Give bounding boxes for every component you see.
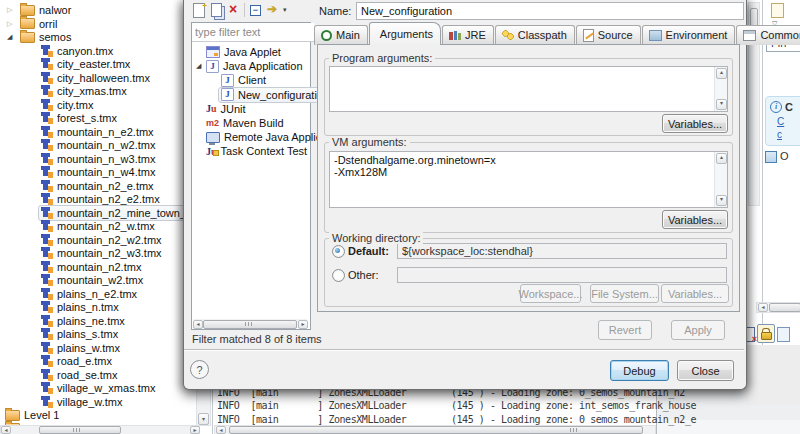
filter-launch-configs-icon[interactable]: ➔ [267,2,277,16]
toolbar-dropdown-chevron-icon[interactable]: ▾ [283,6,287,14]
tab-jre[interactable]: JRE [442,25,494,45]
variables-button[interactable]: Variables... [661,284,729,303]
scroll-down-arrow-icon[interactable]: ▾ [716,195,727,206]
launch-config-tree-item[interactable]: m2 Maven Build [192,115,308,129]
explorer-tree-item[interactable]: forest_s.tmx [0,110,198,124]
explorer-tree-item[interactable]: ▷ nalwor [0,2,198,16]
explorer-tree-item[interactable]: mountain_n2_w2.tmx [0,232,198,246]
tab-arguments[interactable]: Arguments [369,22,441,45]
explorer-tree-item[interactable]: road_se.tmx [0,367,198,381]
launch-config-tree-item[interactable]: ◢ J Java Application [192,58,308,72]
explorer-tree-item[interactable]: mountain_n_w2.tmx [0,137,198,151]
tab-source[interactable]: Source [576,25,641,45]
scroll-left-arrow-icon[interactable]: ◂ [1,426,11,434]
connect-link[interactable]: C [777,116,784,127]
explorer-tree-item[interactable]: Level 1 [0,407,198,421]
explorer-tree-item[interactable]: mountain_n_w3.tmx [0,151,198,165]
explorer-tree-item[interactable]: mountain_n_e2.tmx [0,124,198,138]
launch-config-tree-item[interactable]: Ju Task Context Test [192,143,308,157]
apply-button[interactable]: Apply [671,320,725,340]
explorer-tree-item[interactable]: plains_s.tmx [0,326,198,340]
launch-config-tree-item[interactable]: J New_configuration [192,87,308,101]
collapse-all-icon[interactable]: − [250,5,261,16]
explorer-tree-item[interactable]: plains_n.tmx [0,299,198,313]
scrollbar-thumb[interactable] [229,426,643,434]
tab-environment[interactable]: Environment [642,25,736,45]
new-task-icon[interactable] [771,3,784,18]
other-directory-field[interactable] [397,267,727,283]
tab-label: Classpath [518,29,567,41]
scrollbar-thumb[interactable] [39,426,121,434]
explorer-tree-item[interactable]: village_w_xmas.tmx [0,380,198,394]
tab-main[interactable]: Main [314,25,368,45]
new-launch-config-icon[interactable]: + [193,3,205,18]
scroll-down-arrow-icon[interactable]: ▾ [198,413,209,425]
scroll-lock-icon[interactable] [757,324,775,343]
right-horizontal-scrollbar[interactable]: ◂ [756,302,800,313]
program-variables-button[interactable]: Variables... [662,114,728,133]
explorer-tree-item[interactable]: mountain_w2.tmx [0,272,198,286]
scroll-left-arrow-icon[interactable]: ◂ [216,426,226,434]
explorer-tree-item[interactable]: city_easter.tmx [0,56,198,70]
scrollbar-thumb[interactable] [769,303,800,312]
tab-classpath[interactable]: Classpath [495,25,575,45]
connect-link[interactable]: c [777,129,782,140]
explorer-horizontal-scrollbar[interactable]: ◂ ▸ [0,425,200,434]
revert-button[interactable]: Revert [598,320,652,340]
console-horizontal-scrollbar[interactable]: ◂ [214,425,656,434]
explorer-tree-item[interactable]: plains_ne.tmx [0,313,198,327]
help-button[interactable]: ? [190,360,209,379]
delete-config-icon[interactable]: × [229,1,237,17]
explorer-tree-item[interactable]: city.tmx [0,97,198,111]
explorer-tree-item[interactable]: mountain_n_w4.tmx [0,164,198,178]
other-radio[interactable] [332,269,345,282]
explorer-tree-item[interactable]: plains_w.tmx [0,340,198,354]
name-input[interactable] [356,2,744,20]
launch-config-tree-item[interactable]: Remote Java Application [192,129,308,143]
close-button[interactable]: Close [677,360,734,381]
explorer-tree-item[interactable]: city_halloween.tmx [0,70,198,84]
other-radio-label[interactable]: Other: [348,269,379,281]
explorer-tree-item[interactable]: plains_n_e2.tmx [0,286,198,300]
vm-arguments-input[interactable]: -Dstendhalgame.org.minetown=x -Xmx128M [330,152,721,207]
program-arguments-input[interactable] [330,67,721,111]
launch-config-tree-item[interactable]: J Client [192,72,308,86]
explorer-tree-item[interactable]: mountain_n2_e.tmx [0,178,198,192]
default-radio[interactable] [332,245,345,258]
scroll-up-arrow-icon[interactable]: ▴ [716,153,727,164]
file-system-button[interactable]: File System... [590,284,659,303]
duplicate-config-icon[interactable] [211,3,222,17]
scroll-down-arrow-icon[interactable]: ▾ [716,99,727,110]
default-directory-field[interactable]: ${workspace_loc:stendhal} [397,243,727,259]
scroll-right-arrow-icon[interactable]: ▸ [298,320,308,329]
config-filter-input[interactable] [192,23,314,42]
explorer-tree-item[interactable]: canyon.tmx [0,43,198,57]
scroll-left-arrow-icon[interactable]: ◂ [193,320,203,329]
explorer-tree-item[interactable]: mountain_n2_mine_town_wee [0,205,198,219]
default-radio-label[interactable]: Default: [348,245,389,257]
scroll-left-arrow-icon[interactable]: ◂ [758,303,768,312]
explorer-tree-item[interactable]: mountain_n2_w.tmx [0,218,198,232]
textarea-scrollbar[interactable]: ▴ ▾ [714,67,727,111]
explorer-tree-item[interactable]: road_e.tmx [0,353,198,367]
launch-config-tree-item[interactable]: Java Applet [192,44,308,58]
scroll-right-arrow-icon[interactable]: ▸ [190,426,200,434]
config-tree-horizontal-scrollbar[interactable]: ◂ ▸ [193,319,307,328]
explorer-tree-item[interactable]: ◢ semos [0,29,198,43]
textarea-scrollbar[interactable]: ▴ ▾ [714,152,727,207]
vm-variables-button[interactable]: Variables... [662,210,728,229]
workspace-button[interactable]: Workspace... [520,284,581,303]
scrollbar-thumb[interactable] [203,320,297,329]
explorer-tree-item[interactable]: village_w.tmx [0,394,198,408]
explorer-tree-item[interactable]: mountain_n2.tmx [0,259,198,273]
explorer-tree-item[interactable]: mountain_n2_w3.tmx [0,245,198,259]
debug-button[interactable]: Debug [610,360,669,381]
explorer-tree-item[interactable]: ▷ orril [0,16,198,30]
expander-arrow-icon[interactable]: ◢ [196,59,201,73]
scroll-up-arrow-icon[interactable]: ▴ [716,68,727,79]
launch-config-tree-item[interactable]: Ju JUnit [192,101,308,115]
tab-common[interactable]: Common [736,25,800,45]
pin-console-icon[interactable] [777,327,790,342]
explorer-tree-item[interactable]: mountain_n2_e2.tmx [0,191,198,205]
explorer-tree-item[interactable]: city_xmas.tmx [0,83,198,97]
